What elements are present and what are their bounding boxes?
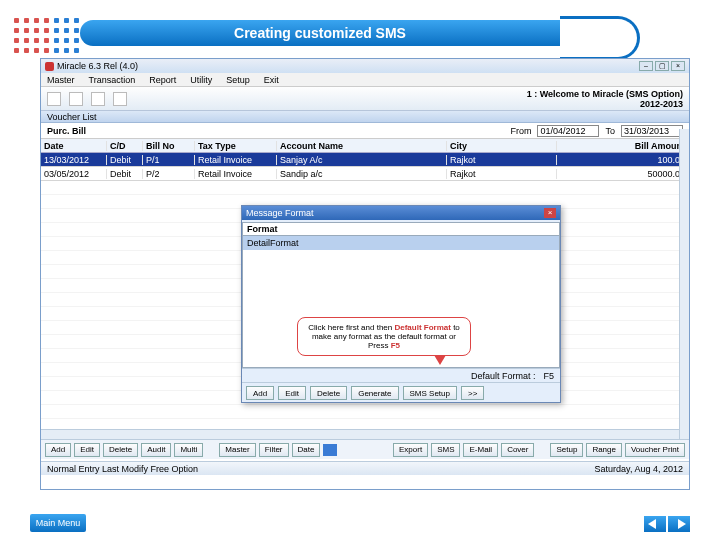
popup-status[interactable]: Default Format : F5	[242, 368, 560, 382]
tool-icon-3[interactable]	[91, 92, 105, 106]
message-format-popup: Message Format × Format DetailFormat Def…	[241, 205, 561, 403]
list-item[interactable]: DetailFormat	[243, 236, 559, 250]
popup-edit-button[interactable]: Edit	[278, 386, 306, 400]
horizontal-scrollbar[interactable]	[41, 429, 679, 439]
window-title: Miracle 6.3 Rel (4.0)	[57, 61, 138, 71]
menu-transaction[interactable]: Transaction	[89, 75, 136, 85]
col-date[interactable]: Date	[41, 141, 107, 151]
cell-cd: Debit	[107, 155, 143, 165]
btn-sms[interactable]: SMS	[431, 443, 460, 457]
tool-icon-4[interactable]	[113, 92, 127, 106]
btn-setup[interactable]: Setup	[550, 443, 583, 457]
cell-date: 03/05/2012	[41, 169, 107, 179]
default-format-label: Default Format :	[471, 371, 536, 381]
welcome-text: 1 : Welcome to Miracle (SMS Option)	[527, 89, 683, 99]
table-row[interactable]: 13/03/2012 Debit P/1 Retail Invoice Sanj…	[41, 153, 689, 167]
btn-filter[interactable]: Filter	[259, 443, 289, 457]
voucher-list-header: Voucher List	[41, 111, 689, 123]
callout-t1: Click here first and then	[308, 323, 394, 332]
grid-header: Date C/D Bill No Tax Type Account Name C…	[41, 139, 689, 153]
menubar: Master Transaction Report Utility Setup …	[41, 73, 689, 87]
app-window: Miracle 6.3 Rel (4.0) – ▢ × Master Trans…	[40, 58, 690, 490]
main-menu-button[interactable]: Main Menu	[30, 514, 86, 532]
btn-export[interactable]: Export	[393, 443, 428, 457]
cell-date: 13/03/2012	[41, 155, 107, 165]
prev-arrow-icon[interactable]	[644, 516, 666, 532]
popup-close-icon[interactable]: ×	[544, 208, 556, 218]
to-label: To	[605, 126, 615, 136]
menu-utility[interactable]: Utility	[190, 75, 212, 85]
btn-cover[interactable]: Cover	[501, 443, 534, 457]
decor-dots	[14, 18, 80, 54]
menu-report[interactable]: Report	[149, 75, 176, 85]
grid-body: 13/03/2012 Debit P/1 Retail Invoice Sanj…	[41, 153, 689, 433]
popup-generate-button[interactable]: Generate	[351, 386, 398, 400]
btn-master[interactable]: Master	[219, 443, 255, 457]
from-date-input[interactable]	[537, 125, 599, 137]
slide-title-wrap: Creating customized SMS	[80, 20, 640, 48]
app-icon	[45, 62, 54, 71]
status-left: Normal Entry Last Modify Free Option	[47, 464, 198, 474]
maximize-button[interactable]: ▢	[655, 61, 669, 71]
btn-voucher-print[interactable]: Voucher Print	[625, 443, 685, 457]
btn-multi[interactable]: Multi	[174, 443, 203, 457]
col-cd[interactable]: C/D	[107, 141, 143, 151]
cell-cd: Debit	[107, 169, 143, 179]
cell-bill: P/2	[143, 169, 195, 179]
cell-city: Rajkot	[447, 155, 557, 165]
btn-email[interactable]: E-Mail	[463, 443, 498, 457]
btn-date[interactable]: Date	[292, 443, 321, 457]
instruction-callout: Click here first and then Default Format…	[297, 317, 471, 356]
cell-bill: P/1	[143, 155, 195, 165]
sort-arrow-icon[interactable]	[323, 444, 337, 456]
col-taxtype[interactable]: Tax Type	[195, 141, 277, 151]
btn-add[interactable]: Add	[45, 443, 71, 457]
cell-acct: Sanjay A/c	[277, 155, 447, 165]
popup-title: Message Format	[246, 208, 314, 218]
cell-city: Rajkot	[447, 169, 557, 179]
cell-tax: Retail Invoice	[195, 169, 277, 179]
btn-audit[interactable]: Audit	[141, 443, 171, 457]
minimize-button[interactable]: –	[639, 61, 653, 71]
popup-buttons: Add Edit Delete Generate SMS Setup >>	[242, 382, 560, 402]
tool-icon-2[interactable]	[69, 92, 83, 106]
close-button[interactable]: ×	[671, 61, 685, 71]
status-right: Saturday, Aug 4, 2012	[595, 464, 683, 474]
period-text: 2012-2013	[527, 99, 683, 109]
to-date-input[interactable]	[621, 125, 683, 137]
toolbar: 1 : Welcome to Miracle (SMS Option) 2012…	[41, 87, 689, 111]
table-row[interactable]: 03/05/2012 Debit P/2 Retail Invoice Sand…	[41, 167, 689, 181]
format-field: Format	[242, 222, 560, 236]
tool-icon-1[interactable]	[47, 92, 61, 106]
popup-more-button[interactable]: >>	[461, 386, 484, 400]
filter-row: Purc. Bill From To	[41, 123, 689, 139]
menu-setup[interactable]: Setup	[226, 75, 250, 85]
menu-exit[interactable]: Exit	[264, 75, 279, 85]
next-arrow-icon[interactable]	[668, 516, 690, 532]
popup-delete-button[interactable]: Delete	[310, 386, 347, 400]
col-account[interactable]: Account Name	[277, 141, 447, 151]
menu-master[interactable]: Master	[47, 75, 75, 85]
callout-b1: Default Format	[394, 323, 450, 332]
cell-tax: Retail Invoice	[195, 155, 277, 165]
callout-b2: F5	[391, 341, 400, 350]
col-amount[interactable]: Bill Amount	[557, 141, 689, 151]
titlebar: Miracle 6.3 Rel (4.0) – ▢ ×	[41, 59, 689, 73]
nav-arrows	[644, 516, 690, 532]
vertical-scrollbar[interactable]	[679, 129, 689, 439]
title-curve	[560, 16, 640, 60]
format-label: Format	[243, 224, 282, 234]
col-city[interactable]: City	[447, 141, 557, 151]
cell-amt: 100.00	[557, 155, 689, 165]
btn-range[interactable]: Range	[586, 443, 622, 457]
cell-amt: 50000.00	[557, 169, 689, 179]
btn-delete[interactable]: Delete	[103, 443, 138, 457]
col-billno[interactable]: Bill No	[143, 141, 195, 151]
statusbar: Normal Entry Last Modify Free Option Sat…	[41, 461, 689, 475]
from-label: From	[510, 126, 531, 136]
slide-title: Creating customized SMS	[80, 20, 560, 46]
popup-smssetup-button[interactable]: SMS Setup	[403, 386, 457, 400]
popup-add-button[interactable]: Add	[246, 386, 274, 400]
default-format-key: F5	[543, 371, 554, 381]
btn-edit[interactable]: Edit	[74, 443, 100, 457]
